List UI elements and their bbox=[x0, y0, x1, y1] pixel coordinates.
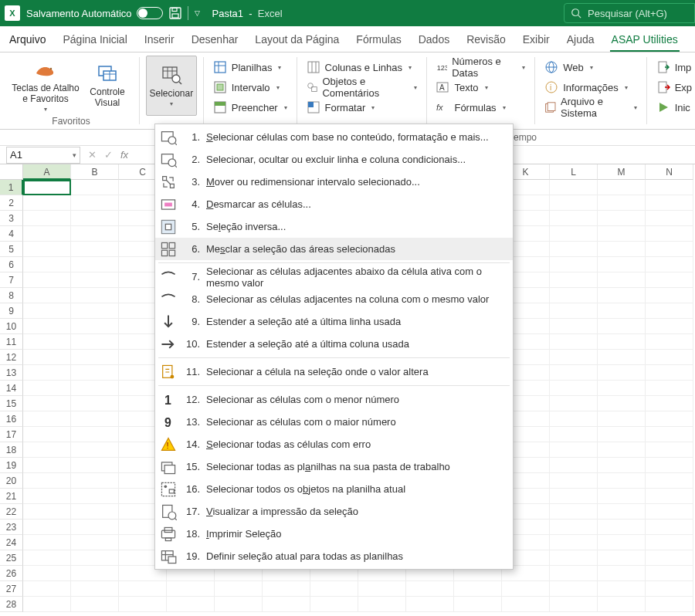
cell[interactable] bbox=[119, 581, 167, 597]
cell[interactable] bbox=[23, 489, 71, 504]
cell[interactable] bbox=[598, 226, 646, 242]
row-header[interactable]: 25 bbox=[0, 550, 23, 566]
cell[interactable] bbox=[646, 473, 693, 489]
cell[interactable] bbox=[71, 458, 119, 473]
menu-item-14[interactable]: !14.Selecionar todas as células com erro bbox=[155, 433, 513, 455]
cancel-icon[interactable]: ✕ bbox=[88, 149, 97, 161]
cell[interactable] bbox=[23, 180, 71, 195]
cell[interactable] bbox=[646, 396, 693, 411]
informacoes-button[interactable]: iInformações▾ bbox=[541, 79, 640, 96]
cell[interactable] bbox=[646, 211, 693, 226]
cell[interactable] bbox=[646, 504, 693, 520]
menu-item-1[interactable]: 1.Selecionar células com base no conteúd… bbox=[155, 126, 513, 148]
cell[interactable] bbox=[550, 458, 598, 473]
cell[interactable] bbox=[598, 180, 646, 195]
cell[interactable] bbox=[550, 180, 598, 195]
menu-item-8[interactable]: 8.Selecionar as células adjacentes na co… bbox=[155, 288, 513, 310]
tab-insert[interactable]: Inserir bbox=[143, 29, 176, 52]
row-header[interactable]: 4 bbox=[0, 226, 23, 242]
menu-item-9[interactable]: 9.Estender a seleção até a última linha … bbox=[155, 310, 513, 333]
cell[interactable] bbox=[23, 473, 71, 489]
cell[interactable] bbox=[550, 535, 598, 550]
row-header[interactable]: 5 bbox=[0, 242, 23, 257]
cell[interactable] bbox=[71, 442, 119, 458]
row-header[interactable]: 10 bbox=[0, 319, 23, 334]
cell[interactable] bbox=[71, 350, 119, 365]
cell[interactable] bbox=[406, 581, 454, 597]
cell[interactable] bbox=[646, 535, 693, 550]
cell[interactable] bbox=[598, 319, 646, 334]
cell[interactable] bbox=[23, 550, 71, 566]
menu-item-17[interactable]: 17.Visualizar a impressão da seleção bbox=[155, 500, 513, 523]
cell[interactable] bbox=[71, 581, 119, 597]
menu-item-7[interactable]: 7.Selecionar as células adjacentes abaix… bbox=[155, 266, 513, 288]
cell[interactable] bbox=[598, 272, 646, 288]
cell[interactable] bbox=[598, 350, 646, 365]
cell[interactable] bbox=[71, 226, 119, 242]
quick-access-dropdown-icon[interactable]: ▽ bbox=[195, 9, 200, 17]
cell[interactable] bbox=[23, 319, 71, 334]
cell[interactable] bbox=[646, 288, 693, 303]
row-header[interactable]: 22 bbox=[0, 504, 23, 520]
tab-draw[interactable]: Desenhar bbox=[190, 29, 240, 52]
autosave-toggle[interactable]: Salvamento Automático bbox=[26, 7, 163, 19]
cell[interactable] bbox=[502, 597, 550, 612]
cell[interactable] bbox=[598, 195, 646, 211]
cell[interactable] bbox=[550, 442, 598, 458]
row-header[interactable]: 15 bbox=[0, 396, 23, 411]
cell[interactable] bbox=[646, 458, 693, 473]
formulas-button[interactable]: fxFórmulas▾ bbox=[432, 99, 528, 116]
tab-file[interactable]: Arquivo bbox=[8, 29, 47, 52]
cell[interactable] bbox=[454, 581, 502, 597]
cell[interactable] bbox=[71, 381, 119, 396]
row-header[interactable]: 14 bbox=[0, 381, 23, 396]
cell[interactable] bbox=[550, 489, 598, 504]
cell[interactable] bbox=[310, 581, 358, 597]
cell[interactable] bbox=[550, 581, 598, 597]
cell[interactable] bbox=[23, 226, 71, 242]
cell[interactable] bbox=[646, 442, 693, 458]
cell[interactable] bbox=[646, 581, 693, 597]
cell[interactable] bbox=[502, 581, 550, 597]
cell[interactable] bbox=[23, 597, 71, 612]
cell[interactable] bbox=[263, 581, 310, 597]
cell[interactable] bbox=[71, 489, 119, 504]
cell[interactable] bbox=[71, 504, 119, 520]
column-header[interactable]: M bbox=[598, 164, 646, 180]
cell[interactable] bbox=[646, 427, 693, 442]
cell[interactable] bbox=[550, 334, 598, 350]
cell[interactable] bbox=[358, 597, 406, 612]
row-header[interactable]: 11 bbox=[0, 334, 23, 350]
column-header[interactable]: B bbox=[71, 164, 119, 180]
cell[interactable] bbox=[550, 504, 598, 520]
column-header[interactable]: A bbox=[23, 164, 71, 180]
numeros-datas-button[interactable]: 123Números e Datas▾ bbox=[432, 59, 528, 76]
cell[interactable] bbox=[598, 504, 646, 520]
menu-item-16[interactable]: 16.Selecionar todos os objetos na planil… bbox=[155, 478, 513, 500]
cell[interactable] bbox=[23, 303, 71, 319]
cell[interactable] bbox=[71, 272, 119, 288]
cell[interactable] bbox=[71, 180, 119, 195]
cell[interactable] bbox=[646, 597, 693, 612]
row-header[interactable]: 18 bbox=[0, 442, 23, 458]
menu-item-13[interactable]: 913.Selecionar as células com o maior nú… bbox=[155, 411, 513, 433]
cell[interactable] bbox=[119, 597, 167, 612]
row-header[interactable]: 9 bbox=[0, 303, 23, 319]
row-header[interactable]: 16 bbox=[0, 411, 23, 427]
import-button[interactable]: Imp bbox=[653, 59, 695, 76]
menu-item-18[interactable]: 18.Imprimir Seleção bbox=[155, 523, 513, 545]
cell[interactable] bbox=[23, 442, 71, 458]
intervalo-button[interactable]: Intervalo▾ bbox=[210, 79, 290, 96]
cell[interactable] bbox=[550, 566, 598, 581]
menu-item-11[interactable]: 11.Selecionar a célula na seleção onde o… bbox=[155, 360, 513, 383]
texto-button[interactable]: ATexto▾ bbox=[432, 79, 528, 96]
cell[interactable] bbox=[598, 288, 646, 303]
cell[interactable] bbox=[550, 195, 598, 211]
cell[interactable] bbox=[550, 597, 598, 612]
cell[interactable] bbox=[550, 319, 598, 334]
cell[interactable] bbox=[71, 597, 119, 612]
cell[interactable] bbox=[598, 550, 646, 566]
start-button[interactable]: Inic bbox=[653, 99, 695, 116]
search-input[interactable]: Pesquisar (Alt+G) bbox=[564, 3, 695, 23]
cell[interactable] bbox=[550, 350, 598, 365]
